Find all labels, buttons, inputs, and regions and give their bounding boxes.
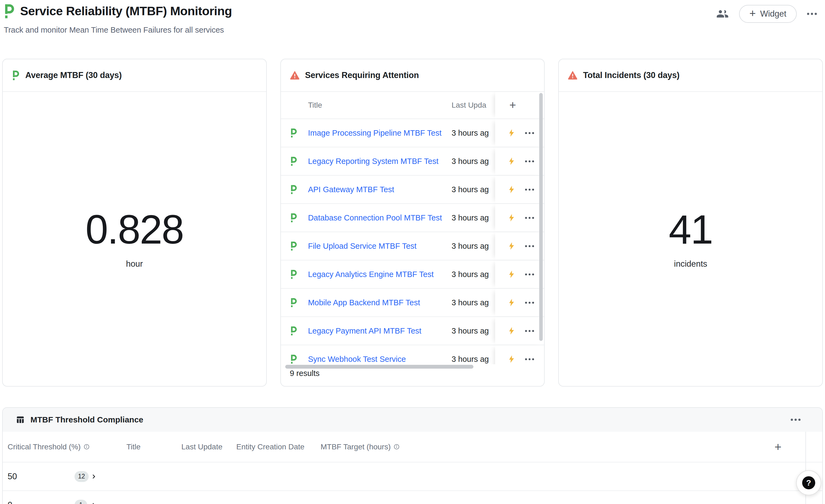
avg-mtbf-value: 0.828 bbox=[85, 209, 183, 250]
warning-icon bbox=[568, 71, 578, 80]
widget-title: MTBF Threshold Compliance bbox=[30, 415, 143, 424]
widget-header: MTBF Threshold Compliance bbox=[3, 408, 822, 432]
add-widget-button[interactable]: + Widget bbox=[739, 5, 797, 23]
column-header-last-update[interactable]: Last Update bbox=[181, 442, 222, 451]
add-column-button[interactable]: + bbox=[752, 432, 804, 462]
add-column-button[interactable]: + bbox=[509, 99, 516, 111]
widget-more-menu[interactable] bbox=[791, 419, 801, 421]
chevron-right-icon[interactable] bbox=[90, 501, 98, 504]
stat-body: 41 incidents bbox=[559, 92, 822, 386]
port-entity-icon bbox=[290, 326, 297, 336]
table-row: File Upload Service MTBF Test 3 hours ag bbox=[281, 232, 544, 260]
port-entity-icon bbox=[290, 298, 297, 308]
chevron-right-icon[interactable] bbox=[90, 473, 98, 481]
column-header-last-update[interactable]: Last Upda bbox=[452, 101, 486, 109]
row-more-menu[interactable] bbox=[525, 302, 534, 304]
table-row: Database Connection Pool MTBF Test 3 hou… bbox=[281, 204, 544, 232]
cards-row: Average MTBF (30 days) 0.828 hour Servic… bbox=[2, 59, 823, 387]
group-value: 50 bbox=[8, 472, 17, 482]
services-table-header: Title Last Upda + bbox=[281, 92, 544, 119]
page-title: Service Reliability (MTBF) Monitoring bbox=[20, 4, 232, 18]
actions-bolt-icon[interactable] bbox=[508, 355, 516, 363]
group-count-badge: 12 bbox=[75, 471, 89, 482]
horizontal-scrollbar[interactable] bbox=[285, 365, 473, 368]
table-row: Image Processing Pipeline MTBF Test 3 ho… bbox=[281, 119, 544, 147]
entity-link[interactable]: API Gateway MTBF Test bbox=[308, 185, 394, 194]
last-update-cell: 3 hours ag bbox=[452, 214, 489, 222]
column-header-entity-creation-date[interactable]: Entity Creation Date bbox=[236, 442, 305, 451]
row-more-menu[interactable] bbox=[525, 245, 534, 247]
table-row: Legacy Reporting System MTBF Test 3 hour… bbox=[281, 147, 544, 176]
entity-link[interactable]: Database Connection Pool MTBF Test bbox=[308, 214, 442, 222]
last-update-cell: 3 hours ag bbox=[452, 242, 489, 251]
mtbf-threshold-widget: MTBF Threshold Compliance Critical Thres… bbox=[2, 407, 823, 504]
last-update-cell: 3 hours ag bbox=[452, 157, 489, 166]
entity-link[interactable]: File Upload Service MTBF Test bbox=[308, 242, 417, 251]
card-services-attention: Services Requiring Attention Title Last … bbox=[280, 59, 545, 387]
services-table-body: Image Processing Pipeline MTBF Test 3 ho… bbox=[281, 119, 544, 364]
warning-icon bbox=[290, 71, 300, 80]
entity-link[interactable]: Legacy Analytics Engine MTBF Test bbox=[308, 270, 434, 279]
info-icon[interactable] bbox=[393, 444, 400, 450]
port-entity-icon bbox=[290, 157, 297, 166]
add-column-cell: + bbox=[495, 92, 544, 118]
actions-bolt-icon[interactable] bbox=[508, 185, 516, 193]
help-button[interactable]: ? bbox=[796, 470, 821, 495]
row-actions bbox=[495, 317, 544, 345]
card-title: Average MTBF (30 days) bbox=[25, 70, 122, 80]
results-count: 9 results bbox=[290, 369, 320, 378]
last-update-cell: 3 hours ag bbox=[452, 327, 489, 335]
last-update-cell: 3 hours ag bbox=[452, 129, 489, 138]
group-row: 50 12 bbox=[3, 463, 822, 491]
info-icon[interactable] bbox=[83, 444, 90, 450]
row-actions bbox=[495, 176, 544, 203]
actions-bolt-icon[interactable] bbox=[508, 214, 516, 222]
actions-bolt-icon[interactable] bbox=[508, 157, 516, 165]
card-average-mtbf-header: Average MTBF (30 days) bbox=[3, 59, 266, 92]
column-header-mtbf-target[interactable]: MTBF Target (hours) bbox=[321, 442, 400, 451]
port-logo-icon bbox=[3, 4, 15, 18]
actions-bolt-icon[interactable] bbox=[508, 299, 516, 307]
entity-link[interactable]: Legacy Reporting System MTBF Test bbox=[308, 157, 439, 166]
row-more-menu[interactable] bbox=[525, 160, 534, 162]
page-header: Service Reliability (MTBF) Monitoring Tr… bbox=[0, 0, 825, 34]
entity-link[interactable]: Sync Webhook Test Service bbox=[308, 355, 406, 364]
vertical-scrollbar[interactable] bbox=[539, 93, 543, 341]
page-subtitle: Track and monitor Mean Time Between Fail… bbox=[4, 25, 817, 34]
card-average-mtbf: Average MTBF (30 days) 0.828 hour bbox=[2, 59, 267, 387]
actions-bolt-icon[interactable] bbox=[508, 242, 516, 250]
card-title: Total Incidents (30 days) bbox=[583, 70, 679, 80]
port-entity-icon bbox=[290, 241, 297, 251]
column-header-critical-threshold[interactable]: Critical Threshold (%) bbox=[8, 442, 90, 451]
port-entity-icon bbox=[290, 270, 297, 279]
port-entity-icon bbox=[290, 128, 297, 138]
row-more-menu[interactable] bbox=[525, 358, 534, 360]
total-incidents-unit: incidents bbox=[674, 259, 707, 269]
last-update-cell: 3 hours ag bbox=[452, 270, 489, 279]
table-row: Legacy Payment API MTBF Test 3 hours ag bbox=[281, 317, 544, 345]
last-update-cell: 3 hours ag bbox=[452, 298, 489, 307]
row-more-menu[interactable] bbox=[525, 217, 534, 219]
card-title: Services Requiring Attention bbox=[305, 70, 419, 80]
table-icon bbox=[16, 415, 24, 424]
actions-bolt-icon[interactable] bbox=[508, 327, 516, 335]
group-value: 0 bbox=[8, 500, 12, 504]
actions-bolt-icon[interactable] bbox=[508, 270, 516, 278]
question-mark-icon: ? bbox=[802, 476, 815, 489]
page-more-menu-button[interactable] bbox=[807, 13, 817, 15]
column-header-title[interactable]: Title bbox=[308, 101, 322, 109]
entity-link[interactable]: Legacy Payment API MTBF Test bbox=[308, 327, 422, 335]
row-more-menu[interactable] bbox=[525, 273, 534, 275]
group-row: 0 1 bbox=[3, 491, 822, 504]
port-entity-icon bbox=[290, 185, 297, 194]
share-users-icon[interactable] bbox=[716, 8, 729, 20]
table-row: Legacy Analytics Engine MTBF Test 3 hour… bbox=[281, 260, 544, 289]
entity-link[interactable]: Mobile App Backend MTBF Test bbox=[308, 298, 420, 307]
card-services-attention-header: Services Requiring Attention bbox=[281, 59, 544, 92]
row-more-menu[interactable] bbox=[525, 189, 534, 190]
column-header-title[interactable]: Title bbox=[127, 442, 141, 451]
row-more-menu[interactable] bbox=[525, 330, 534, 332]
row-more-menu[interactable] bbox=[525, 132, 534, 134]
actions-bolt-icon[interactable] bbox=[508, 129, 516, 137]
entity-link[interactable]: Image Processing Pipeline MTBF Test bbox=[308, 129, 442, 138]
